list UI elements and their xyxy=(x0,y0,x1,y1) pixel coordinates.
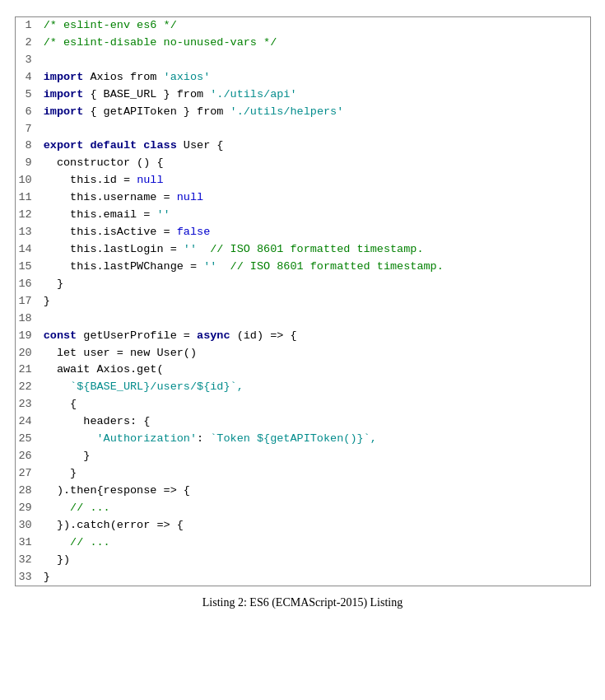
table-row: 23 { xyxy=(16,396,590,413)
line-code: this.username = null xyxy=(39,189,590,207)
line-number: 11 xyxy=(16,189,39,207)
line-code: headers: { xyxy=(39,413,590,431)
table-row: 7 xyxy=(16,121,590,138)
code-token: null xyxy=(137,174,163,186)
code-token: import xyxy=(44,88,84,100)
line-code: constructor () { xyxy=(39,155,590,172)
code-token: } xyxy=(44,450,91,462)
line-code: this.lastPWChange = '' // ISO 8601 forma… xyxy=(39,259,590,276)
line-number: 22 xyxy=(16,379,39,396)
code-token: this.isActive = xyxy=(44,226,177,238)
code-token: '' xyxy=(156,208,170,221)
code-token: null xyxy=(177,191,203,203)
line-code: await Axios.get( xyxy=(39,362,590,379)
code-token xyxy=(223,105,230,118)
table-row: 29 // ... xyxy=(16,500,590,517)
line-number: 14 xyxy=(16,241,39,259)
code-token: this.lastPWChange = xyxy=(44,260,203,273)
code-token: User { xyxy=(177,139,224,152)
table-row: 16 } xyxy=(16,276,590,293)
table-row: 27 } xyxy=(16,465,590,483)
code-token: // ISO 8601 formatted timestamp. xyxy=(210,243,423,255)
code-token: { xyxy=(44,398,77,410)
code-token: } xyxy=(44,295,50,307)
code-token: this.id = xyxy=(44,174,137,186)
line-number: 20 xyxy=(16,345,39,362)
line-code: { xyxy=(39,396,590,413)
code-token xyxy=(216,260,230,273)
code-token: `${BASE_URL}/users/${id}`, xyxy=(44,380,244,393)
code-token xyxy=(156,71,163,83)
code-token: }) xyxy=(44,553,70,566)
table-row: 33} xyxy=(16,569,590,586)
line-code: } xyxy=(39,569,590,586)
line-code: // ... xyxy=(39,500,590,517)
table-row: 15 this.lastPWChange = '' // ISO 8601 fo… xyxy=(16,259,590,276)
line-number: 26 xyxy=(16,448,39,465)
table-row: 1/* eslint-env es6 */ xyxy=(16,17,590,35)
line-code xyxy=(39,121,590,138)
code-token: let user = new User() xyxy=(44,347,197,359)
table-row: 32 }) xyxy=(16,552,590,569)
line-number: 28 xyxy=(16,483,39,500)
line-code: this.isActive = false xyxy=(39,224,590,241)
table-row: 13 this.isActive = false xyxy=(16,224,590,241)
code-token: getUserProfile = xyxy=(77,329,197,342)
code-token: (id) => { xyxy=(230,329,297,342)
code-token: '' xyxy=(184,243,197,255)
line-code: import Axios from 'axios' xyxy=(39,69,590,86)
code-token: 'axios' xyxy=(164,71,211,83)
code-token: /* eslint-env es6 */ xyxy=(44,19,177,31)
code-token: /* eslint-disable no-unused-vars */ xyxy=(44,36,277,49)
listing-caption: Listing 2: ES6 (ECMAScript-2015) Listing xyxy=(202,596,403,609)
line-number: 1 xyxy=(16,17,39,35)
line-code: } xyxy=(39,465,590,483)
code-token: headers: { xyxy=(44,415,151,427)
line-code: } xyxy=(39,293,590,310)
line-code: // ... xyxy=(39,534,590,552)
line-number: 30 xyxy=(16,517,39,534)
code-token: import xyxy=(44,105,84,118)
line-number: 19 xyxy=(16,328,39,345)
code-token: from xyxy=(197,105,223,118)
code-token: this.email = xyxy=(44,208,157,221)
line-number: 7 xyxy=(16,121,39,138)
line-code: }).catch(error => { xyxy=(39,517,590,534)
line-code: }) xyxy=(39,552,590,569)
line-number: 12 xyxy=(16,207,39,224)
code-token: // ... xyxy=(70,502,110,514)
line-number: 9 xyxy=(16,155,39,172)
table-row: 2/* eslint-disable no-unused-vars */ xyxy=(16,35,590,52)
code-token: } xyxy=(44,278,63,290)
code-token: } xyxy=(44,467,77,479)
line-code: let user = new User() xyxy=(39,345,590,362)
table-row: 22 `${BASE_URL}/users/${id}`, xyxy=(16,379,590,396)
line-number: 10 xyxy=(16,172,39,189)
code-token: async xyxy=(197,329,230,342)
code-box: 1/* eslint-env es6 */2/* eslint-disable … xyxy=(15,16,591,586)
line-number: 6 xyxy=(16,104,39,121)
table-row: 14 this.lastLogin = '' // ISO 8601 forma… xyxy=(16,241,590,259)
line-code: /* eslint-disable no-unused-vars */ xyxy=(39,35,590,52)
line-code xyxy=(39,310,590,328)
code-token xyxy=(197,243,210,255)
line-number: 16 xyxy=(16,276,39,293)
code-token: await Axios.get( xyxy=(44,363,164,376)
table-row: 8export default class User { xyxy=(16,138,590,155)
table-row: 11 this.username = null xyxy=(16,189,590,207)
table-row: 25 'Authorization': `Token ${getAPIToken… xyxy=(16,431,590,448)
line-number: 29 xyxy=(16,500,39,517)
code-token: `Token ${getAPIToken()}`, xyxy=(210,432,377,445)
code-token: from xyxy=(177,88,203,100)
table-row: 12 this.email = '' xyxy=(16,207,590,224)
table-row: 28 ).then{response => { xyxy=(16,483,590,500)
code-token: this.username = xyxy=(44,191,177,203)
line-number: 2 xyxy=(16,35,39,52)
line-number: 13 xyxy=(16,224,39,241)
code-table: 1/* eslint-env es6 */2/* eslint-disable … xyxy=(16,17,590,586)
code-token: ).then{response => { xyxy=(44,484,190,497)
table-row: 10 this.id = null xyxy=(16,172,590,189)
line-number: 27 xyxy=(16,465,39,483)
table-row: 3 xyxy=(16,52,590,69)
code-token: from xyxy=(130,71,156,83)
